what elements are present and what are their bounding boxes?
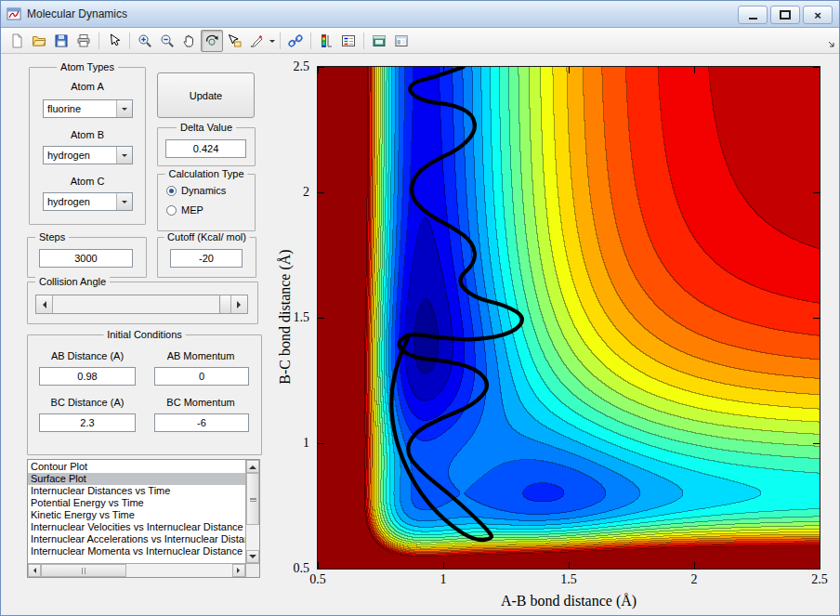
atom-b-select[interactable]: hydrogen xyxy=(43,146,133,164)
collision-angle-slider[interactable] xyxy=(35,295,248,314)
list-item[interactable]: Kinetic Energy vs Time xyxy=(28,509,245,521)
ab-momentum-field[interactable] xyxy=(154,367,249,386)
maximize-button[interactable] xyxy=(770,6,800,24)
list-item[interactable]: Contour Plot xyxy=(28,461,245,473)
radio-dynamics[interactable]: Dynamics xyxy=(166,184,226,197)
edit-plot-icon[interactable] xyxy=(103,30,125,52)
atom-types-panel: Atom Types Atom A fluorine Atom B hydrog… xyxy=(29,67,146,225)
chevron-down-icon[interactable] xyxy=(116,193,132,210)
list-item[interactable]: Potential Energy vs Time xyxy=(28,497,245,509)
plot-type-items: Contour Plot Surface Plot Internuclear D… xyxy=(28,460,245,563)
pes-canvas[interactable] xyxy=(317,66,820,570)
data-cursor-icon[interactable] xyxy=(223,30,245,52)
window-title: Molecular Dynamics xyxy=(27,7,127,20)
zoom-out-icon[interactable] xyxy=(156,30,178,52)
scroll-right-button[interactable] xyxy=(232,564,245,577)
radio-dynamics-label: Dynamics xyxy=(181,185,226,196)
vertical-scrollbar[interactable] xyxy=(245,460,259,563)
bc-momentum-field[interactable] xyxy=(154,413,249,432)
insert-legend-icon[interactable] xyxy=(337,30,360,52)
chevron-down-icon[interactable] xyxy=(116,147,132,164)
delta-value-field[interactable] xyxy=(165,139,246,158)
steps-field[interactable] xyxy=(39,249,133,268)
minimize-button[interactable] xyxy=(738,6,768,24)
atom-b-label: Atom B xyxy=(30,129,145,140)
brush-menu-arrow[interactable] xyxy=(268,31,276,51)
cutoff-field[interactable] xyxy=(170,249,243,268)
list-item[interactable]: Internuclear Velocities vs Internuclear … xyxy=(28,521,245,533)
new-figure-icon[interactable] xyxy=(6,30,28,52)
arrow-right-icon xyxy=(237,568,243,573)
y-axis-label: B-C bond distance (Å) xyxy=(277,249,294,384)
app-icon xyxy=(7,7,21,21)
plot-type-listbox[interactable]: Contour Plot Surface Plot Internuclear D… xyxy=(27,459,260,578)
scroll-left-button[interactable] xyxy=(28,564,41,577)
atom-a-select[interactable]: fluorine xyxy=(43,99,133,118)
cutoff-panel: Cutoff (Kcal/ mol) xyxy=(157,237,256,278)
x-tick-label: 1.5 xyxy=(560,572,577,587)
vertical-scroll-track[interactable] xyxy=(246,473,259,550)
insert-colorbar-icon[interactable] xyxy=(315,30,337,52)
figure-toolbar xyxy=(1,28,839,54)
x-tick-label: 2.5 xyxy=(811,572,828,587)
brush-data-icon[interactable] xyxy=(245,30,268,52)
update-button-label: Update xyxy=(190,90,222,101)
y-tick-label: 2 xyxy=(303,185,309,200)
atom-a-label: Atom A xyxy=(30,81,145,92)
delta-value-title: Delta Value xyxy=(177,122,236,133)
chevron-down-icon[interactable] xyxy=(116,100,132,117)
list-item[interactable]: Internuclear Momenta vs Internuclear Dis… xyxy=(28,545,245,557)
atom-types-title: Atom Types xyxy=(57,61,118,72)
minimize-icon xyxy=(749,18,757,20)
app-window: Molecular Dynamics × Atom Types Atom xyxy=(0,0,840,616)
x-tick-label: 1 xyxy=(440,572,447,587)
x-tick-label: 2 xyxy=(691,572,698,587)
horizontal-scroll-thumb[interactable] xyxy=(41,564,126,577)
horizontal-scroll-track[interactable] xyxy=(41,564,232,577)
calculation-type-panel: Calculation Type Dynamics MEP xyxy=(157,174,256,231)
close-button[interactable]: × xyxy=(803,6,833,24)
scroll-down-button[interactable] xyxy=(246,550,259,563)
collision-angle-panel: Collision Angle xyxy=(27,282,258,324)
zoom-in-icon[interactable] xyxy=(134,30,156,52)
horizontal-scrollbar[interactable] xyxy=(28,563,245,577)
x-tick-labels: 0.511.522.5 xyxy=(318,572,820,587)
list-item[interactable]: Internuclear Accelerations vs Internucle… xyxy=(28,533,245,545)
ab-distance-label: AB Distance (A) xyxy=(32,350,143,361)
update-button[interactable]: Update xyxy=(157,72,255,118)
x-tick-label: 0.5 xyxy=(309,572,326,587)
toolbar-overflow-icon[interactable] xyxy=(828,39,835,50)
open-file-icon[interactable] xyxy=(28,30,50,52)
toolbar-separator xyxy=(98,33,99,49)
print-figure-icon[interactable] xyxy=(72,30,95,52)
atom-c-select[interactable]: hydrogen xyxy=(43,192,133,211)
list-item-selected[interactable]: Surface Plot xyxy=(28,473,245,485)
arrow-up-icon xyxy=(249,462,256,469)
slider-left-arrow-button[interactable] xyxy=(36,295,53,313)
list-item[interactable]: Internuclear Distances vs Time xyxy=(28,485,245,497)
pan-icon[interactable] xyxy=(178,30,201,52)
save-figure-icon[interactable] xyxy=(50,30,72,52)
vertical-scroll-thumb[interactable] xyxy=(246,473,259,525)
slider-thumb[interactable] xyxy=(219,295,230,313)
ab-distance-field[interactable] xyxy=(39,367,136,386)
title-bar[interactable]: Molecular Dynamics xyxy=(1,1,839,28)
rotate-3d-icon[interactable] xyxy=(201,30,223,52)
arrow-left-icon xyxy=(39,301,46,308)
bc-distance-field[interactable] xyxy=(39,413,136,432)
toolbar-separator xyxy=(129,33,130,49)
scrollbar-corner xyxy=(245,563,259,577)
scroll-up-button[interactable] xyxy=(246,460,259,473)
show-plot-tools-icon[interactable] xyxy=(390,30,413,52)
radio-mep-label: MEP xyxy=(181,204,203,216)
radio-mep[interactable]: MEP xyxy=(166,203,203,216)
radio-unselected-icon xyxy=(166,205,177,216)
slider-right-arrow-button[interactable] xyxy=(230,295,247,313)
maximize-icon xyxy=(780,10,791,20)
link-plot-icon[interactable] xyxy=(284,30,307,52)
atom-b-value: hydrogen xyxy=(44,150,116,161)
slider-track[interactable] xyxy=(53,295,230,313)
atom-c-value: hydrogen xyxy=(44,196,116,207)
hide-plot-tools-icon[interactable] xyxy=(368,30,390,52)
steps-title: Steps xyxy=(35,231,69,242)
